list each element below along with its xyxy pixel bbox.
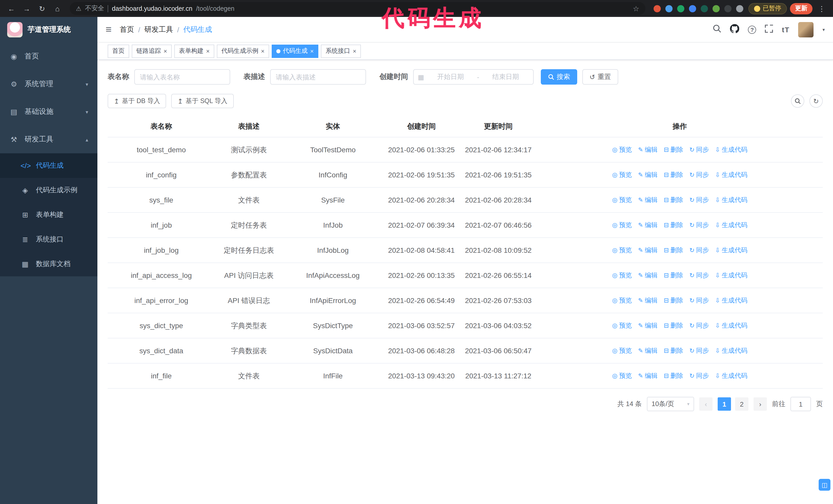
preview-link[interactable]: ◎预览 (612, 370, 632, 382)
edit-link[interactable]: ✎编辑 (638, 169, 658, 181)
generate-code-link[interactable]: ⇩生成代码 (715, 169, 747, 181)
edit-link[interactable]: ✎编辑 (638, 295, 658, 307)
delete-link[interactable]: ⊟删除 (664, 194, 683, 206)
floating-widget[interactable]: ◫ (819, 479, 830, 491)
preview-link[interactable]: ◎预览 (612, 194, 632, 206)
preview-link[interactable]: ◎预览 (612, 219, 632, 231)
extension-icon[interactable] (689, 5, 696, 12)
edit-link[interactable]: ✎编辑 (638, 194, 658, 206)
bookmark-star-icon[interactable]: ☆ (633, 4, 639, 13)
breadcrumb-home[interactable]: 首页 (120, 25, 134, 34)
sync-link[interactable]: ↻同步 (689, 295, 709, 307)
delete-link[interactable]: ⊟删除 (664, 295, 683, 307)
home-icon[interactable]: ⌂ (51, 2, 64, 15)
edit-link[interactable]: ✎编辑 (638, 144, 658, 156)
extension-icon[interactable] (724, 5, 732, 12)
sync-link[interactable]: ↻同步 (689, 144, 709, 156)
tab-close-icon[interactable]: × (164, 48, 167, 54)
extension-icon[interactable] (701, 5, 708, 12)
goto-page-input[interactable] (790, 397, 811, 411)
preview-link[interactable]: ◎预览 (612, 345, 632, 357)
sync-link[interactable]: ↻同步 (689, 219, 709, 231)
sidebar-subitem[interactable]: ⊞表单构建 (0, 202, 97, 227)
delete-link[interactable]: ⊟删除 (664, 144, 683, 156)
page-size-select[interactable]: 10条/页 ▾ (647, 397, 694, 411)
prev-page-button[interactable]: ‹ (699, 398, 713, 411)
import-sql-button[interactable]: ↥ 基于 SQL 导入 (171, 94, 234, 108)
edit-link[interactable]: ✎编辑 (638, 370, 658, 382)
tab[interactable]: 链路追踪× (132, 44, 172, 58)
generate-code-link[interactable]: ⇩生成代码 (715, 320, 747, 332)
edit-link[interactable]: ✎编辑 (638, 270, 658, 282)
generate-code-link[interactable]: ⇩生成代码 (715, 345, 747, 357)
github-icon[interactable] (730, 24, 739, 35)
sync-link[interactable]: ↻同步 (689, 270, 709, 282)
tab[interactable]: 表单构建× (174, 44, 214, 58)
tab[interactable]: 系统接口× (321, 44, 361, 58)
sidebar-item[interactable]: ▤基础设施▾ (0, 98, 97, 126)
sidebar-subitem[interactable]: ≣系统接口 (0, 227, 97, 252)
sidebar-item[interactable]: ⚒研发工具▴ (0, 126, 97, 153)
back-icon[interactable]: ← (5, 2, 18, 15)
preview-link[interactable]: ◎预览 (612, 320, 632, 332)
delete-link[interactable]: ⊟删除 (664, 169, 683, 181)
address-bar[interactable]: ⚠ 不安全 dashboard.yudao.iocoder.cn /tool/c… (70, 2, 645, 15)
delete-link[interactable]: ⊟删除 (664, 345, 683, 357)
delete-link[interactable]: ⊟删除 (664, 320, 683, 332)
generate-code-link[interactable]: ⇩生成代码 (715, 295, 747, 307)
edit-link[interactable]: ✎编辑 (638, 219, 658, 231)
paused-badge[interactable]: 已暂停 (748, 3, 787, 14)
toggle-search-button[interactable] (791, 94, 804, 108)
update-button[interactable]: 更新 (790, 3, 812, 14)
sync-link[interactable]: ↻同步 (689, 245, 709, 256)
search-button[interactable]: 搜索 (541, 69, 577, 85)
preview-link[interactable]: ◎预览 (612, 144, 632, 156)
generate-code-link[interactable]: ⇩生成代码 (715, 194, 747, 206)
edit-link[interactable]: ✎编辑 (638, 245, 658, 256)
generate-code-link[interactable]: ⇩生成代码 (715, 270, 747, 282)
tab-close-icon[interactable]: × (353, 48, 356, 54)
reload-icon[interactable]: ↻ (36, 2, 48, 15)
sidebar-item[interactable]: ⚙系统管理▾ (0, 70, 97, 98)
sidebar-item[interactable]: ◉首页 (0, 43, 97, 70)
sidebar-subitem[interactable]: ◈代码生成示例 (0, 178, 97, 202)
generate-code-link[interactable]: ⇩生成代码 (715, 370, 747, 382)
tab[interactable]: 代码生成示例× (217, 44, 269, 58)
search-icon[interactable] (713, 24, 721, 35)
generate-code-link[interactable]: ⇩生成代码 (715, 245, 747, 256)
font-size-icon[interactable]: tT (782, 25, 790, 33)
delete-link[interactable]: ⊟删除 (664, 245, 683, 256)
delete-link[interactable]: ⊟删除 (664, 370, 683, 382)
sidebar-toggle-icon[interactable]: ≡ (105, 24, 112, 35)
help-icon[interactable]: ? (748, 25, 756, 33)
extension-icon[interactable] (677, 5, 684, 12)
tab-close-icon[interactable]: × (310, 48, 314, 54)
generate-code-link[interactable]: ⇩生成代码 (715, 219, 747, 231)
page-number-button[interactable]: 1 (718, 398, 731, 411)
reset-button[interactable]: ↺ 重置 (582, 69, 618, 85)
tab[interactable]: 代码生成× (272, 44, 318, 58)
app-logo[interactable]: 芋道管理系统 (0, 17, 97, 43)
sync-link[interactable]: ↻同步 (689, 194, 709, 206)
extension-icon[interactable] (653, 5, 661, 12)
sync-link[interactable]: ↻同步 (689, 345, 709, 357)
delete-link[interactable]: ⊟删除 (664, 270, 683, 282)
extension-icon[interactable] (736, 5, 743, 12)
sync-link[interactable]: ↻同步 (689, 169, 709, 181)
preview-link[interactable]: ◎预览 (612, 245, 632, 256)
tab-close-icon[interactable]: × (206, 48, 210, 54)
sidebar-subitem[interactable]: </>代码生成 (0, 153, 97, 178)
chevron-down-icon[interactable]: ▾ (823, 27, 825, 32)
table-name-input[interactable] (134, 69, 230, 85)
fullscreen-icon[interactable] (765, 24, 773, 34)
sync-link[interactable]: ↻同步 (689, 320, 709, 332)
page-number-button[interactable]: 2 (735, 398, 748, 411)
date-range-picker[interactable]: ▦ 开始日期 - 结束日期 (413, 69, 533, 85)
delete-link[interactable]: ⊟删除 (664, 219, 683, 231)
tab-close-icon[interactable]: × (261, 48, 264, 54)
forward-icon[interactable]: → (21, 2, 33, 15)
next-page-button[interactable]: › (754, 398, 767, 411)
table-desc-input[interactable] (270, 69, 366, 85)
browser-menu-icon[interactable]: ⋮ (815, 2, 828, 15)
preview-link[interactable]: ◎预览 (612, 270, 632, 282)
